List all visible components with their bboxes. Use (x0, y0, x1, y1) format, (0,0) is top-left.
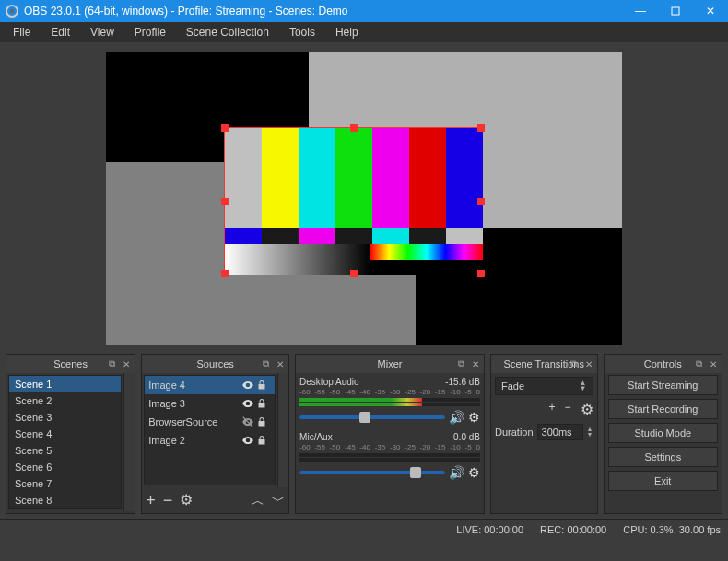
close-panel-icon[interactable]: ✕ (274, 357, 287, 370)
eye-icon[interactable] (241, 397, 256, 410)
colorbar (372, 128, 409, 228)
eye-off-icon[interactable] (241, 415, 256, 428)
scene-item[interactable]: Scene 1 (9, 376, 121, 392)
undock-icon[interactable]: ⧉ (568, 357, 581, 370)
scene-item[interactable]: Scene 4 (9, 426, 121, 442)
resize-handle[interactable] (477, 198, 485, 205)
colorbar (409, 128, 446, 228)
exit-button[interactable]: Exit (608, 471, 718, 491)
menu-view[interactable]: View (81, 24, 123, 41)
undock-icon[interactable]: ⧉ (692, 357, 705, 370)
start-recording-button[interactable]: Start Recording (608, 399, 718, 419)
lock-icon[interactable] (256, 380, 271, 391)
scenes-list[interactable]: Scene 1Scene 2Scene 3Scene 4Scene 5Scene… (8, 375, 122, 509)
source-properties-button[interactable]: ⚙ (180, 493, 193, 508)
gear-icon[interactable]: ⚙ (468, 465, 480, 480)
status-cpu: CPU: 0.3%, 30.00 fps (623, 524, 721, 535)
resize-handle[interactable] (350, 124, 358, 132)
lock-icon[interactable] (256, 398, 271, 409)
undock-icon[interactable]: ⧉ (454, 357, 467, 370)
eye-icon[interactable] (241, 434, 256, 447)
mixer-list: Desktop Audio-15.6 dB-60-55-50-45-40-35-… (296, 373, 484, 491)
colorbar (262, 228, 299, 244)
move-up-button[interactable]: ︿ (252, 494, 264, 507)
transition-select[interactable]: Fade ▲▼ (495, 377, 593, 395)
scene-item[interactable]: Scene 6 (9, 459, 121, 475)
resize-handle[interactable] (221, 124, 229, 132)
close-button[interactable]: ✕ (693, 0, 728, 22)
menu-help[interactable]: Help (326, 24, 368, 41)
scene-item[interactable]: Scene 5 (9, 442, 121, 459)
source-item[interactable]: Image 2 (145, 431, 275, 450)
colorbar (225, 128, 262, 228)
colorbar (299, 228, 335, 244)
controls-panel: Controls ⧉ ✕ Start Streaming Start Recor… (604, 354, 722, 514)
maximize-button[interactable] (658, 0, 693, 22)
close-panel-icon[interactable]: ✕ (582, 357, 595, 370)
scene-item[interactable]: Scene 3 (9, 409, 121, 426)
settings-button[interactable]: Settings (608, 447, 718, 467)
resize-handle[interactable] (350, 270, 358, 277)
scrollbar[interactable] (277, 373, 288, 487)
speaker-icon[interactable]: 🔊 (449, 410, 464, 425)
speaker-icon[interactable]: 🔊 (449, 465, 464, 480)
add-transition-button[interactable]: + (549, 401, 556, 418)
menu-file[interactable]: File (4, 24, 40, 41)
resize-handle[interactable] (221, 198, 229, 205)
scrollbar[interactable] (123, 373, 135, 511)
remove-source-button[interactable]: − (163, 492, 173, 508)
mixer-channel: Mic/Aux0.0 dB-60-55-50-45-40-35-30-25-20… (299, 432, 480, 480)
rainbow-bar (370, 244, 483, 260)
menu-bar: File Edit View Profile Scene Collection … (0, 22, 728, 42)
channel-name: Desktop Audio (299, 377, 445, 387)
source-image-4-selection[interactable] (224, 127, 482, 275)
colorbar (335, 128, 372, 228)
transition-properties-button[interactable]: ⚙ (581, 401, 593, 418)
black-bar (370, 260, 483, 275)
menu-tools[interactable]: Tools (280, 24, 324, 41)
db-ticks: -60-55-50-45-40-35-30-25-20-15-10-50 (299, 387, 480, 397)
source-item[interactable]: BrowserSource (145, 413, 275, 431)
minimize-button[interactable]: — (623, 0, 658, 22)
preview-canvas[interactable] (106, 52, 622, 345)
duration-input[interactable] (537, 424, 583, 440)
lock-icon[interactable] (256, 416, 271, 427)
transitions-panel-header: Scene Transitions ⧉ ✕ (491, 355, 597, 373)
undock-icon[interactable]: ⧉ (259, 357, 272, 370)
resize-handle[interactable] (477, 124, 485, 132)
undock-icon[interactable]: ⧉ (105, 357, 118, 370)
gear-icon[interactable]: ⚙ (468, 410, 480, 425)
scene-item[interactable]: Scene 8 (9, 492, 121, 508)
duration-spinner[interactable]: ▲▼ (587, 427, 593, 438)
menu-scene-collection[interactable]: Scene Collection (177, 24, 278, 41)
duration-label: Duration (495, 427, 534, 438)
colorbar (446, 228, 483, 244)
lock-icon[interactable] (256, 435, 271, 446)
sources-panel-header: Sources ⧉ ✕ (142, 355, 288, 373)
move-down-button[interactable]: ﹀ (272, 494, 285, 507)
channel-db: -15.6 dB (445, 377, 480, 387)
menu-edit[interactable]: Edit (41, 24, 79, 41)
eye-icon[interactable] (241, 379, 256, 392)
volume-slider[interactable] (299, 415, 445, 419)
volume-slider[interactable] (299, 471, 445, 474)
studio-mode-button[interactable]: Studio Mode (608, 423, 718, 443)
close-panel-icon[interactable]: ✕ (120, 357, 133, 370)
scene-item[interactable]: Scene 2 (9, 392, 121, 409)
source-item[interactable]: Image 4 (145, 376, 275, 394)
colorbar (409, 228, 446, 244)
resize-handle[interactable] (477, 270, 485, 277)
source-item[interactable]: Image 3 (145, 394, 275, 413)
source-name: Image 2 (148, 435, 241, 446)
add-source-button[interactable]: + (146, 492, 156, 508)
start-streaming-button[interactable]: Start Streaming (608, 375, 718, 395)
menu-profile[interactable]: Profile (125, 24, 175, 41)
close-panel-icon[interactable]: ✕ (469, 357, 482, 370)
mixer-panel: Mixer ⧉ ✕ Desktop Audio-15.6 dB-60-55-50… (295, 354, 485, 514)
scene-item[interactable]: Scene 7 (9, 475, 121, 492)
sources-list[interactable]: Image 4Image 3BrowserSourceImage 2 (144, 375, 276, 485)
resize-handle[interactable] (221, 270, 229, 277)
close-panel-icon[interactable]: ✕ (707, 357, 720, 370)
remove-transition-button[interactable]: − (565, 401, 571, 418)
scenes-panel: Scenes ⧉ ✕ Scene 1Scene 2Scene 3Scene 4S… (6, 354, 135, 514)
